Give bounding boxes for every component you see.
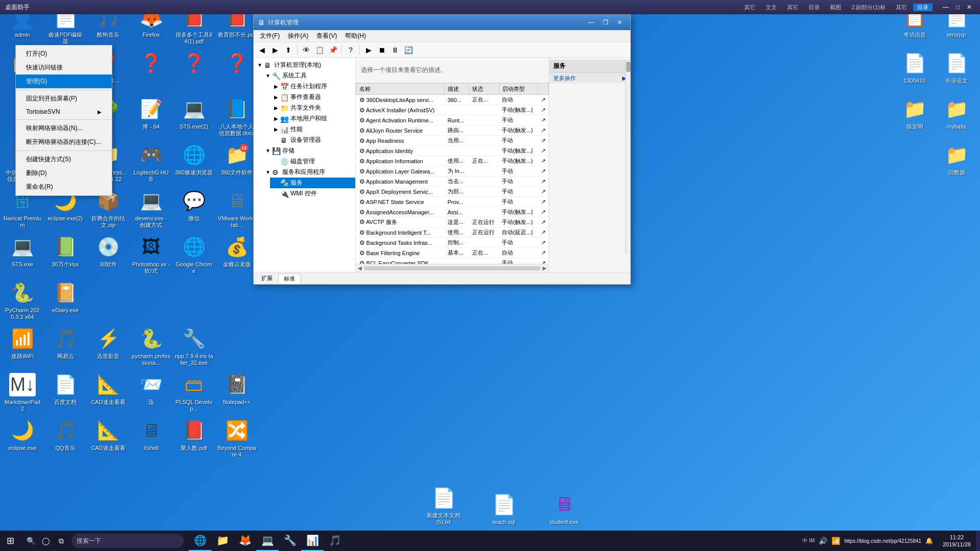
desktop-icon-1300410[interactable]: 📄 1300410 — [895, 48, 935, 93]
context-menu-map-drive[interactable]: 映射网络驱动器(N)... — [16, 121, 112, 135]
context-menu-manage[interactable]: 管理(G) — [16, 74, 112, 88]
desktop-icon-xshell[interactable]: 🖥 Xshell — [131, 416, 171, 461]
top-bar-minimize-btn[interactable]: — — [940, 4, 952, 11]
tree-node-services-apps[interactable]: ▼ ⚙ 服务和应用程序 — [262, 167, 355, 178]
desktop-icon-npp[interactable]: 🔧 npp.7.9.4.ins taller_32.exe — [174, 324, 214, 369]
action-panel-scrollbar[interactable] — [625, 61, 630, 255]
window-restore-btn[interactable]: ❐ — [599, 17, 612, 28]
context-menu-rename[interactable]: 重命名(R) — [16, 180, 112, 194]
desktop-icon-devenv[interactable]: 💻 devenv.exe - 创建方式 — [131, 186, 171, 231]
service-row-avctp[interactable]: ⚙ AVCTP 服务 这是... 正在运行 手动(触发...) ↗ — [356, 217, 549, 228]
context-menu-open[interactable]: 打开(O) — [16, 47, 112, 61]
desktop-icon-360office[interactable]: 📁13 360文件软件 — [217, 140, 257, 185]
taskbar-notification-url[interactable]: https://blog.csdn.net/pp/42125841 — [842, 538, 923, 544]
taskbar-search-input[interactable] — [71, 534, 184, 548]
toolbar-forward-btn[interactable]: ▶ — [269, 44, 281, 56]
desktop-icon-photoshop[interactable]: 🖼 Photoshop.xe - 软/式 — [131, 232, 171, 277]
taskbar-app-sts[interactable]: 💻 — [256, 531, 279, 551]
taskbar-app-firefox[interactable]: 🦊 — [234, 531, 256, 551]
desktop-icon-markdownpad[interactable]: M↓ MarkdownPad 2 — [3, 370, 42, 415]
service-row-agent[interactable]: ⚙ Agent Activation Runtime... Runt... 手动… — [356, 115, 549, 126]
toolbar-paste-btn[interactable]: 📌 — [327, 44, 339, 56]
desktop-icon-cad[interactable]: 📐 CAD迷走看看 — [88, 370, 128, 415]
desktop-icon-ediary[interactable]: 📔 eDiary.exe — [45, 278, 85, 323]
desktop-icon-googlechrome[interactable]: 🌐 Google Chrome — [174, 232, 214, 277]
desktop-icon-xunlei[interactable]: ⚡ 迅雷影音 — [88, 324, 128, 369]
desktop-icon-blog[interactable]: 📝 博 - 64 — [131, 94, 171, 139]
desktop-icon-teach-sql[interactable]: 📄 teach.sql — [484, 490, 524, 525]
toolbar-stop-btn[interactable]: ⏹ — [376, 44, 388, 56]
desktop-icon-q3[interactable]: ❓ — [217, 48, 257, 93]
toolbar-up-btn[interactable]: ⬆ — [282, 44, 295, 56]
desktop-icon-eclipse3[interactable]: 🌙 eclipse.exe — [3, 416, 42, 461]
top-bar-item-other2[interactable]: 其它 — [740, 4, 760, 11]
tab-standard[interactable]: 标准 — [278, 273, 301, 284]
desktop-icon-qqmusic[interactable]: 🎵 QQ音乐 — [45, 416, 85, 461]
service-row-bcl[interactable]: ⚙ BCL EasyConverter SDK ... 手动 ↗ — [356, 258, 549, 264]
top-bar-close-btn[interactable]: ✕ — [964, 4, 975, 11]
desktop-icon-pycharm2[interactable]: 🐍 pycharm.professiona... — [131, 324, 171, 369]
desktop-icon-notepadpp[interactable]: 📓 Notepad++ — [217, 370, 257, 415]
tab-expand[interactable]: 扩展 — [256, 273, 278, 284]
desktop-icon-jintui[interactable]: 💰 金蝶云老版 — [217, 232, 257, 277]
context-menu-disconnect-drive[interactable]: 断开网络驱动器的连接(C)... — [16, 135, 112, 149]
taskbar-clock[interactable]: 11:22 2019/11/28 — [938, 534, 976, 548]
desktop-icon-vmware[interactable]: 🖥 VMware Workstati... — [217, 186, 257, 231]
tree-node-local-users[interactable]: ▶ 👥 本地用户和组 — [270, 113, 355, 124]
desktop-icon-logitech[interactable]: 🎮 LogitechG HUB — [131, 140, 171, 185]
desktop-icon-chenyiming[interactable]: 📁 陈宜明 — [895, 94, 935, 139]
taskbar-ime[interactable]: 中 IM — [800, 537, 817, 544]
taskbar-app-explorer[interactable]: 📁 — [211, 531, 234, 551]
tree-node-performance[interactable]: ▶ 📊 性能 — [270, 124, 355, 135]
desktop-icon-juren-pdf[interactable]: 📕 聚人数.pdf — [174, 416, 214, 461]
service-row-assigned-access[interactable]: ⚙ AssignedAccessManager... Assi... 手动(触发… — [356, 207, 549, 217]
tree-node-disk-management[interactable]: 💿 磁盘管理 — [270, 156, 355, 167]
window-minimize-btn[interactable]: — — [584, 17, 598, 28]
desktop-icon-wangyi[interactable]: 🎵 网易云 — [45, 324, 85, 369]
service-row-360desktop[interactable]: ⚙ 360DesktopLiteApp servi... 360... 正在..… — [356, 95, 549, 105]
taskbar-wifi-icon[interactable]: 📶 — [829, 537, 842, 545]
toolbar-restart-btn[interactable]: 🔄 — [402, 44, 414, 56]
service-row-aspnet[interactable]: ⚙ ASP.NET State Service Prov... 手动 ↗ — [356, 197, 549, 207]
tree-node-event-viewer[interactable]: ▶ 📋 事件查看器 — [270, 92, 355, 103]
top-bar-item-directory2[interactable]: 目录 — [913, 4, 933, 11]
service-row-appx[interactable]: ⚙ AppX Deployment Servic... 为部... 手动 ↗ — [356, 187, 549, 197]
service-row-bgtasks[interactable]: ⚙ Background Tasks Infras... 控制... 手动 ↗ — [356, 238, 549, 248]
taskbar-start-btn[interactable]: ⊞ — [0, 531, 20, 551]
top-bar-item-screenshot[interactable]: 截图 — [826, 4, 845, 11]
toolbar-back-btn[interactable]: ◀ — [256, 44, 268, 56]
menu-help[interactable]: 帮助(H) — [341, 31, 370, 41]
desktop-icon-new-txt5[interactable]: 📄 新建文本文档(5).txt — [424, 483, 463, 525]
service-row-bfe[interactable]: ⚙ Base Filtering Engine 基本... 正在... 自动 ↗ — [356, 248, 549, 258]
desktop-icon-excel30w[interactable]: 📗 30万个xlsx — [45, 232, 85, 277]
context-menu-delete[interactable]: 删除(D) — [16, 166, 112, 180]
window-close-btn[interactable]: ✕ — [613, 17, 626, 28]
service-list[interactable]: 名称 描述 状态 启动类型 ⚙ 360DesktopLiteApp servi.… — [356, 83, 549, 264]
toolbar-pause-btn[interactable]: ⏸ — [389, 44, 401, 56]
tree-node-shared-folders[interactable]: ▶ 📁 共享文件夹 — [270, 103, 355, 113]
top-bar-item-2-fubufenl[interactable]: 2.副部分(1)标 — [847, 4, 890, 11]
taskbar-updown-icon[interactable]: 🔔 — [923, 537, 935, 544]
desktop-icon-q2[interactable]: ❓ — [174, 48, 214, 93]
taskbar-show-desktop-btn[interactable] — [976, 531, 980, 551]
context-menu-create-shortcut[interactable]: 创建快捷方式(S) — [16, 153, 112, 166]
top-bar-item-wenwen[interactable]: 文文 — [762, 4, 781, 11]
service-row-app-layer-gateway[interactable]: ⚙ Application Layer Gatewa... 为 In... 手动… — [356, 166, 549, 177]
top-bar-item-other3[interactable]: 其它 — [783, 4, 802, 11]
service-list-scrollbar[interactable]: ◀ ▶ — [356, 264, 549, 272]
menu-action[interactable]: 操作(A) — [284, 31, 312, 41]
top-bar-item-directory[interactable]: 目录 — [804, 4, 824, 11]
desktop-icon-sts2[interactable]: 💻 STS.exe — [3, 232, 42, 277]
desktop-icon-wechat[interactable]: 💬 微信 — [174, 186, 214, 231]
desktop-icon-mybatis[interactable]: 📁 mybatis — [937, 94, 976, 139]
action-more-btn[interactable]: 更多操作 ▶ — [549, 73, 630, 83]
service-row-app-info[interactable]: ⚙ Application Information 使用... 正在... 手动… — [356, 156, 549, 166]
taskbar-app-tool1[interactable]: 🔧 — [279, 531, 301, 551]
tree-node-system-tools[interactable]: ▼ 🔧 系统工具 — [262, 70, 355, 81]
service-row-alljoyn[interactable]: ⚙ AllJoyn Router Service 路由... 手动(触发...)… — [356, 126, 549, 136]
service-row-bits[interactable]: ⚙ Background Intelligent T... 使用... 正在运行… — [356, 228, 549, 238]
tree-node-device-manager[interactable]: 🖥 设备管理器 — [270, 135, 355, 145]
desktop-icon-cad2[interactable]: 📐 CAD迷走看看 — [88, 416, 128, 461]
taskbar-task-view-btn[interactable]: ⧉ — [54, 533, 69, 548]
desktop-icon-wifi[interactable]: 📶 迷路WiFi — [3, 324, 42, 369]
